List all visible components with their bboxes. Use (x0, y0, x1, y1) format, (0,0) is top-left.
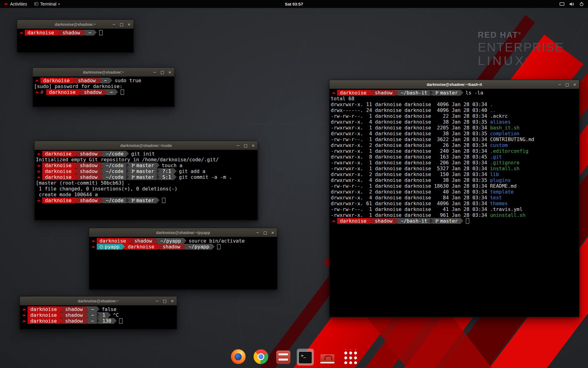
prompt-segment: darknoise (42, 168, 74, 174)
git-branch-icon (132, 169, 135, 173)
close-button[interactable]: × (127, 22, 131, 26)
segment-separator (126, 168, 129, 174)
ls-row-details: drwxrwxr-x. 2 darknoise darknoise 40 Jan… (331, 189, 490, 195)
minimize-button[interactable]: − (558, 82, 561, 86)
prompt-segment-label: ~ (89, 30, 92, 36)
minimize-button[interactable]: − (156, 299, 159, 303)
segment-separator (97, 312, 100, 318)
terminal-window[interactable]: darknoise@shadow:~/code −□× darknoisesha… (34, 141, 258, 220)
brand-linux: LINUX (478, 54, 526, 68)
maximize-button[interactable]: □ (263, 231, 267, 235)
git-branch-icon (435, 219, 439, 223)
minimize-button[interactable]: − (236, 144, 240, 148)
terminal-line: drwxrwxr-x. 2 darknoise darknoise 40 Jan… (331, 189, 578, 195)
ls-row-details: -rwxrwxr-x. 1 darknoise darknoise 240 Ja… (331, 148, 490, 154)
app-menu-terminal[interactable]: Terminal ▾ (31, 0, 63, 8)
window-titlebar[interactable]: darknoise@shadow:~/code −□× (35, 141, 258, 150)
terminal-cursor (121, 90, 124, 95)
terminal-window[interactable]: darknoise@shadow:~/pyapp −□× darknoisesh… (89, 228, 277, 290)
maximize-button[interactable]: □ (163, 299, 167, 303)
terminal-line: [master (root-commit) 50bcb63] . (36, 180, 256, 186)
terminal-line: total 68 (331, 96, 578, 102)
terminal-content[interactable]: darknoiseshadow~falsedarknoiseshadow~1^C… (20, 305, 177, 329)
redhat-icon (21, 318, 28, 324)
close-button[interactable]: × (171, 299, 174, 303)
prompt-segment-label: shadow (65, 306, 83, 312)
terminal-text: false (102, 306, 116, 312)
dock-item-firefox[interactable] (229, 348, 247, 366)
close-button[interactable]: × (271, 231, 274, 235)
close-button[interactable]: × (168, 70, 172, 74)
brand-enterprise: ENTERPRISE (478, 40, 564, 54)
segment-separator (104, 89, 107, 95)
terminal-content[interactable]: darknoiseshadow~/pyappsource bin/activat… (89, 237, 277, 289)
terminal-text: git init (131, 151, 155, 157)
prompt-segment: shadow (77, 197, 100, 203)
volume-icon[interactable] (569, 2, 575, 6)
terminal-window[interactable]: darknoise@shadow:~ −□× darknoiseshadow~ (17, 20, 134, 53)
prompt-segment: master (129, 163, 157, 168)
dock-item-terminal[interactable] (297, 349, 314, 366)
terminal-cursor (119, 318, 123, 324)
prompt-segment: ~/pyapp (186, 244, 212, 250)
window-titlebar[interactable]: darknoise@shadow:~ −□× (17, 20, 134, 29)
dock-item-toolbox[interactable] (319, 349, 336, 366)
window-titlebar[interactable]: darknoise@shadow:~/bash-it −□× (330, 80, 579, 89)
segment-separator (461, 218, 463, 224)
prompt-segment: ~ (89, 318, 97, 324)
maximize-button[interactable]: □ (244, 144, 247, 148)
terminal-content[interactable]: darknoiseshadow~/codegit initInitialized… (35, 150, 258, 220)
segment-separator (126, 151, 129, 156)
activities-button[interactable]: Activities (0, 0, 31, 8)
prompt-segment-label: master (440, 218, 458, 224)
terminal-window[interactable]: darknoise@shadow:~/bash-it −□× darknoise… (329, 80, 579, 317)
clock[interactable]: Sat 03:57 (285, 2, 303, 6)
prompt-segment: shadow (62, 318, 86, 324)
ls-row-details: drwxrwxr-x. 8 darknoise darknoise 163 Ja… (331, 154, 490, 160)
maximize-button[interactable]: □ (120, 22, 123, 26)
terminal-text: total 68 (331, 96, 354, 102)
prompt-segment: ~/code (103, 163, 126, 168)
close-button[interactable]: × (251, 144, 255, 148)
prompt-segment-label: ~/bash-it (401, 218, 428, 224)
window-title: darknoise@shadow:~/pyapp (156, 230, 210, 235)
terminal-line: drwxrwxr-x. 8 darknoise darknoise 163 Ja… (331, 154, 578, 160)
top-bar: Activities Terminal ▾ Sat 03:57 (0, 0, 588, 8)
ls-file-name: lib (490, 171, 499, 177)
window-titlebar[interactable]: darknoise@shadow:~ −□× (20, 297, 177, 305)
minimize-button[interactable]: − (153, 70, 156, 74)
segment-separator (94, 30, 97, 35)
minimize-button[interactable]: − (112, 22, 116, 26)
terminal-content[interactable]: darknoiseshadow~/bash-itmasterls -latota… (330, 89, 579, 317)
terminal-line: -rwxrwxr-x. 1 darknoise darknoise 206 Ja… (331, 160, 578, 166)
redhat-icon (36, 197, 42, 203)
display-icon[interactable] (560, 2, 564, 6)
terminal-line: Initialized empty Git repository in /hom… (36, 157, 256, 163)
terminal-line: darknoiseshadow~/bash-itmasterls -la (331, 90, 578, 96)
prompt-segment-label: shadow (80, 151, 98, 157)
close-button[interactable]: × (573, 82, 576, 86)
dock-item-app-grid[interactable] (341, 348, 359, 366)
window-titlebar[interactable]: darknoise@shadow:~/pyapp −□× (89, 228, 277, 237)
prompt-segment: ~ (107, 89, 116, 95)
power-icon[interactable] (579, 2, 584, 6)
prompt-segment: shadow (62, 312, 86, 318)
prompt-segment: shadow (77, 151, 100, 157)
dock-item-chrome[interactable] (252, 348, 270, 366)
segment-separator (100, 174, 103, 180)
maximize-button[interactable]: □ (565, 82, 569, 86)
dock-item-file-manager[interactable] (275, 348, 292, 366)
maximize-button[interactable]: □ (160, 70, 164, 74)
terminal-text: touch a (162, 163, 182, 168)
segment-separator (369, 90, 372, 95)
minimize-button[interactable]: − (256, 231, 259, 235)
terminal-window[interactable]: darknoise@shadow:~ −□× darknoiseshadow~f… (20, 296, 177, 329)
terminal-icon (298, 351, 312, 364)
terminal-content[interactable]: darknoiseshadow~ (17, 29, 134, 52)
terminal-content[interactable]: darknoiseshadow~sudo true[sudo] password… (33, 77, 174, 107)
terminal-line: -rwxrwxr-x. 1 darknoise darknoise 2205 J… (331, 125, 578, 131)
prompt-segment-label: darknoise (30, 306, 57, 312)
terminal-line: darknoiseshadow~/codegit init (36, 151, 256, 157)
terminal-window[interactable]: darknoise@shadow:~ −□× darknoiseshadow~s… (32, 67, 175, 107)
window-titlebar[interactable]: darknoise@shadow:~ −□× (33, 68, 174, 77)
